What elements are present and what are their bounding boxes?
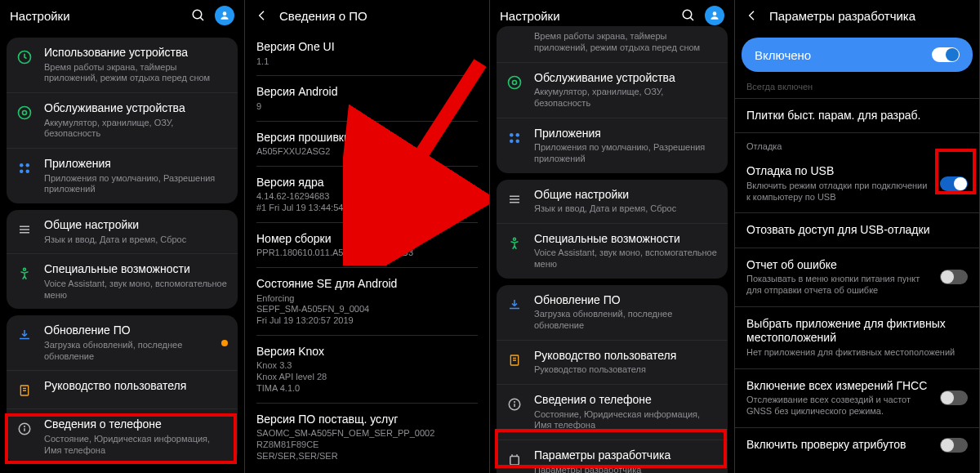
svg-point-4	[19, 107, 31, 119]
back-icon[interactable]	[745, 8, 760, 23]
svg-point-0	[193, 10, 202, 19]
row-bug-report[interactable]: Отчет об ошибке Показывать в меню кнопки…	[735, 248, 979, 307]
info-icon	[15, 419, 34, 439]
back-icon[interactable]	[255, 8, 270, 23]
row-developer-options[interactable]: Параметры разработчика Параметры разрабо…	[497, 440, 728, 473]
settings-screen-1: Настройки Использование устройства Время…	[0, 0, 245, 473]
row-title: Сведения о телефоне	[44, 417, 228, 432]
row-title: Приложения	[44, 157, 228, 172]
dev-icon	[505, 450, 524, 470]
row-title: Руководство пользователя	[534, 349, 718, 364]
row-android-version[interactable]: Версия Android 9	[256, 76, 478, 121]
row-sub: Параметры разработчика	[534, 465, 718, 474]
row-title: Версия ядра	[256, 176, 478, 190]
row-kernel-version[interactable]: Версия ядра 4.14.62-16294683 #1 Fri Jul …	[256, 167, 478, 223]
row-title: Включить проверку атрибутов	[746, 438, 933, 453]
row-sub: Показывать в меню кнопки питания пункт д…	[746, 274, 933, 297]
row-device-usage[interactable]: Использование устройства Время работы эк…	[7, 38, 238, 92]
svg-point-34	[514, 238, 516, 240]
apps-icon	[505, 128, 524, 148]
row-general[interactable]: Общие настройки Язык и ввод, Дата и врем…	[497, 180, 728, 223]
row-about-phone[interactable]: Сведения о телефоне Состояние, Юридическ…	[7, 408, 238, 464]
svg-point-2	[223, 11, 227, 16]
row-apps[interactable]: Приложения Приложения по умолчанию, Разр…	[7, 148, 238, 203]
row-accessibility[interactable]: Специальные возможности Voice Assistant,…	[7, 253, 238, 309]
row-general[interactable]: Общие настройки Язык и ввод, Дата и врем…	[7, 210, 238, 253]
header: Настройки	[0, 0, 244, 31]
developer-options-screen: Параметры разработчика Включено Всегда в…	[735, 0, 980, 473]
search-icon[interactable]	[680, 7, 697, 24]
row-view-attribute[interactable]: Включить проверку атрибутов	[735, 428, 979, 462]
enabled-pill[interactable]: Включено	[742, 38, 973, 72]
svg-point-25	[509, 76, 521, 88]
profile-avatar[interactable]	[215, 6, 234, 25]
row-service-provider-sw[interactable]: Версия ПО поставщ. услуг SAOMC_SM-A505FN…	[256, 404, 478, 471]
row-sub: A505FXXU2ASG2	[256, 146, 478, 158]
row-apps[interactable]: Приложения Приложения по умолчанию, Разр…	[497, 118, 728, 173]
svg-rect-41	[510, 457, 519, 466]
row-software-update[interactable]: Обновление ПО Загрузка обновлений, после…	[497, 285, 728, 340]
care-icon	[505, 73, 524, 92]
row-accessibility[interactable]: Специальные возможности Voice Assistant,…	[497, 223, 728, 279]
row-sub: Аккумулятор, хранилище, ОЗУ, безопасност…	[534, 87, 718, 109]
row-title: Всегда включен	[746, 82, 968, 93]
row-mock-location[interactable]: Выбрать приложение для фиктивных местопо…	[735, 307, 979, 369]
row-title: Включение всех измерений ГНСС	[746, 379, 933, 394]
header-title: Параметры разработчика	[769, 9, 969, 23]
row-user-manual[interactable]: Руководство пользователя	[7, 370, 238, 408]
row-sub: 9	[256, 101, 478, 113]
row-title: Версия прошивки	[256, 131, 478, 145]
header-title: Настройки	[500, 9, 674, 23]
svg-point-19	[24, 426, 25, 427]
svg-point-5	[23, 111, 27, 115]
svg-point-27	[510, 133, 514, 137]
row-title: Версия One UI	[256, 40, 478, 55]
search-icon[interactable]	[190, 7, 207, 24]
row-sub: 1.1	[256, 56, 478, 68]
row-title: Обслуживание устройства	[44, 101, 228, 116]
settings-group-3: Обновление ПО Загрузка обновлений, после…	[7, 315, 238, 464]
row-oneui-version[interactable]: Версия One UI 1.1	[256, 31, 478, 76]
row-sub: Включить режим отладки при подключении к…	[746, 181, 933, 203]
svg-point-9	[26, 170, 30, 174]
row-sub: Состояние, Юридическая информация, Имя т…	[44, 434, 228, 457]
row-sub: Приложения по умолчанию, Разрешения прил…	[44, 173, 228, 196]
usb-debugging-toggle[interactable]	[940, 176, 968, 191]
view-attribute-toggle[interactable]	[940, 438, 968, 453]
svg-point-29	[510, 139, 514, 143]
row-user-manual[interactable]: Руководство пользователя Руководство пол…	[497, 340, 728, 384]
row-sub: Нет приложения для фиктивных местоположе…	[746, 347, 968, 359]
row-device-care[interactable]: Обслуживание устройства Аккумулятор, хра…	[7, 92, 238, 148]
profile-avatar[interactable]	[705, 6, 724, 25]
row-usb-debugging[interactable]: Отладка по USB Включить режим отладки пр…	[735, 154, 979, 213]
row-title: Отчет об ошибке	[746, 258, 933, 273]
accessibility-icon	[15, 264, 34, 283]
row-gnss[interactable]: Включение всех измерений ГНСС Отслеживан…	[735, 369, 979, 428]
row-sub: Загрузка обновлений, последнее обновлени…	[44, 340, 216, 363]
enabled-toggle[interactable]	[932, 47, 960, 62]
bug-report-toggle[interactable]	[940, 270, 968, 284]
update-icon	[505, 295, 524, 315]
row-device-care[interactable]: Обслуживание устройства Аккумулятор, хра…	[497, 62, 728, 118]
row-quick-tiles[interactable]: Плитки быст. парам. для разраб.	[735, 99, 979, 134]
row-title: Приложения	[534, 127, 718, 141]
svg-point-28	[516, 133, 520, 137]
row-knox-version[interactable]: Версия Knox Knox 3.3 Knox API level 28 T…	[256, 336, 478, 404]
notification-dot	[221, 340, 228, 346]
row-revoke-usb[interactable]: Отозвать доступ для USB-отладки	[735, 213, 979, 248]
row-about-phone[interactable]: Сведения о телефоне Состояние, Юридическ…	[497, 384, 728, 440]
row-always-on[interactable]: Всегда включен	[735, 78, 979, 99]
row-sub: Язык и ввод, Дата и время, Сброс	[44, 234, 228, 246]
row-device-usage[interactable]: Время работы экрана, таймеры приложений,…	[497, 26, 728, 62]
row-se-android[interactable]: Состояние SE для Android Enforcing SEPF_…	[256, 268, 478, 336]
row-title: Общие настройки	[534, 188, 718, 203]
row-title: Сведения о телефоне	[534, 393, 718, 408]
software-info-list: Версия One UI 1.1 Версия Android 9 Верси…	[245, 31, 489, 470]
row-baseband-version[interactable]: Версия прошивки A505FXXU2ASG2	[256, 122, 478, 167]
header: Параметры разработчика	[735, 0, 979, 31]
gnss-toggle[interactable]	[940, 390, 968, 405]
row-title: Обслуживание устройства	[534, 71, 718, 86]
row-software-update[interactable]: Обновление ПО Загрузка обновлений, после…	[7, 315, 238, 370]
row-build-number[interactable]: Номер сборки PPR1.180610.011.A505FNPUU2A…	[256, 223, 478, 268]
row-sub: Загрузка обновлений, последнее обновлени…	[534, 309, 718, 332]
